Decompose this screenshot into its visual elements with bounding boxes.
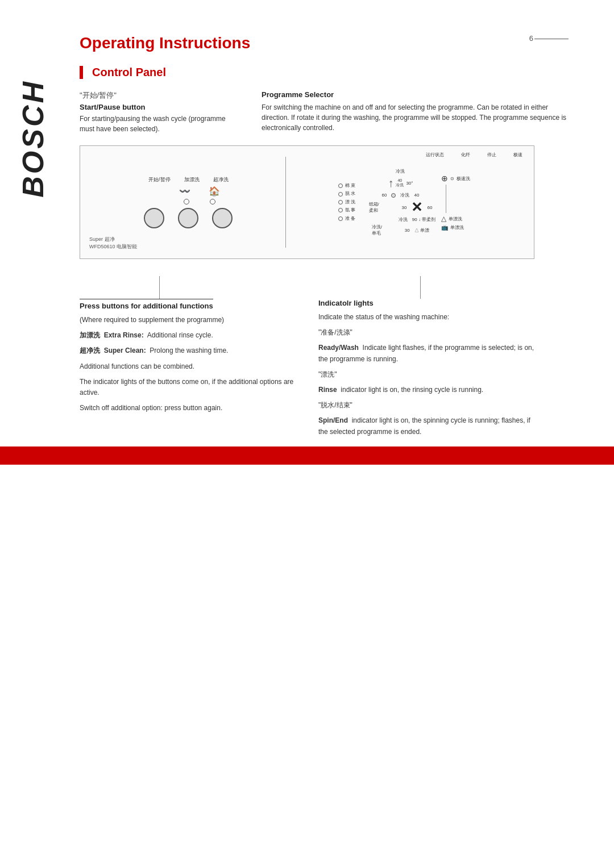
indicator-lights-heading: Indicatolr lights bbox=[318, 299, 534, 307]
extra-rinse-icon: 〰️ bbox=[179, 186, 190, 197]
switch-off-text: Switch off additional option: press butt… bbox=[80, 403, 296, 414]
press-buttons-subtext: (Where required to supplement the progra… bbox=[80, 315, 296, 326]
page-title: Operating Instructions bbox=[45, 34, 569, 52]
indicator-text: The indicator lights of the buttons come… bbox=[80, 377, 296, 398]
panel-left-section: 开始/暂停 加漂洗 超净洗 〰️ 🏠 bbox=[92, 172, 285, 233]
extra-rinse-button[interactable] bbox=[178, 208, 198, 228]
indicator-lights-section: Indicatolr lights Indicate the status of… bbox=[318, 299, 534, 442]
programme-list: 棉 束 脱 水 漂 洗 氙 事 准 备 bbox=[338, 182, 355, 223]
super-clean-button[interactable] bbox=[212, 208, 233, 228]
dial-right-icons: ⊕ ⊙ 极速洗 △ 单漂洗 📺 单漂洗 bbox=[441, 174, 470, 231]
extra-rinse-indicator bbox=[184, 199, 189, 205]
panel-brand: Super 超净 WFD50610 电脑智能 bbox=[89, 236, 137, 251]
extra-rinse-description: 加漂洗 Extra Rinse: Additional rinse cycle. bbox=[80, 330, 296, 341]
super-clean-icon: 🏠 bbox=[209, 186, 220, 197]
rinse-chinese: "漂洗" bbox=[318, 370, 337, 378]
status-label: 运行状态 bbox=[426, 152, 444, 158]
speed-icon: ⊕ bbox=[441, 174, 448, 183]
label-extra-rinse: 加漂洗 bbox=[184, 176, 200, 183]
start-pause-chinese: "开始/暂停" bbox=[80, 90, 239, 101]
rinse-desc: Rinse indicator light is on, the rinsing… bbox=[318, 385, 534, 395]
spin-end-chinese: "脱水/结束" bbox=[318, 401, 352, 409]
x-mark: ✕ bbox=[411, 199, 422, 215]
press-buttons-section: Press buttons for additional functions (… bbox=[80, 299, 296, 442]
page-number: 6 bbox=[529, 34, 569, 43]
speed-label: 极速 bbox=[513, 152, 522, 158]
label-start-stop: 开始/暂停 bbox=[148, 176, 171, 183]
super-clean-description: 超净洗 Super Clean: Prolong the washing tim… bbox=[80, 345, 296, 356]
super-clean-indicator bbox=[210, 199, 215, 205]
single-wash-icon: 📺 bbox=[441, 224, 448, 231]
ready-wash-chinese: "准备/洗涤" bbox=[318, 328, 352, 336]
combined-text: Additional functions can be combined. bbox=[80, 361, 296, 372]
start-pause-button[interactable] bbox=[144, 208, 164, 228]
start-pause-desc: For starting/pausing the wash cycle (pro… bbox=[80, 114, 239, 134]
drain-icon: △ bbox=[441, 215, 446, 223]
control-panel-diagram: 开始/暂停 加漂洗 超净洗 〰️ 🏠 bbox=[80, 145, 534, 259]
press-buttons-heading: Press buttons for additional functions bbox=[80, 299, 213, 310]
wash-label: 化纤 bbox=[461, 152, 470, 158]
programme-selector-desc: For switching the machine on and off and… bbox=[262, 102, 569, 133]
start-pause-label: Start/Pause button bbox=[80, 103, 239, 111]
panel-right-section: 运行状态 化纤 停止 极速 棉 束 脱 水 漂 洗 bbox=[286, 164, 522, 241]
bosch-logo: BOSCH bbox=[16, 80, 50, 198]
indicator-lights-subtext: Indicate the status of the washing machi… bbox=[318, 312, 534, 323]
ready-wash-desc: Ready/Wash Indicate light flashes, if th… bbox=[318, 343, 534, 364]
stop-label: 停止 bbox=[487, 152, 496, 158]
spin-end-desc: Spin/End indicator light is on, the spin… bbox=[318, 415, 534, 437]
programme-selector-title: Programme Selector bbox=[262, 90, 569, 99]
bottom-red-bar bbox=[0, 446, 614, 465]
section-title: Control Panel bbox=[92, 66, 569, 79]
programme-dial-wrapper: 冷洗 ↑ 40 冷洗 30° 60 冷洗 40 纸箱/ bbox=[366, 168, 435, 236]
label-super-clean: 超净洗 bbox=[213, 176, 229, 183]
diagram-connectors bbox=[80, 276, 534, 299]
